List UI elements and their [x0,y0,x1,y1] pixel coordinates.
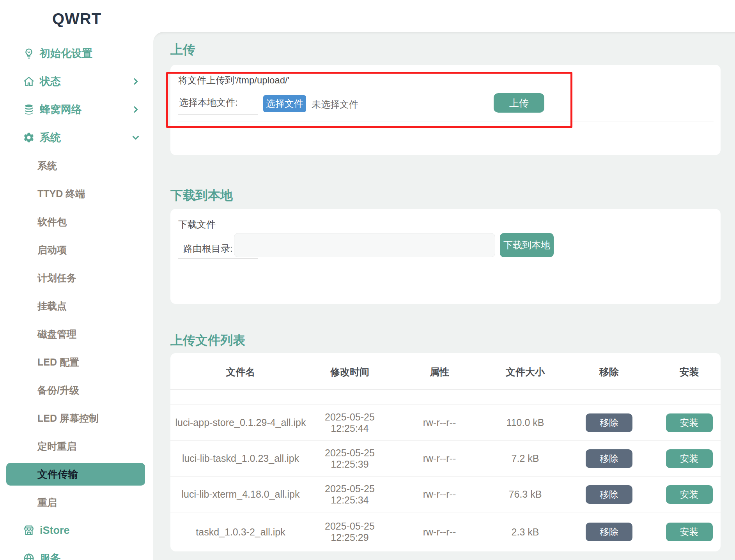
modified-time-cell: 2025-05-25 12:25:34 [311,483,389,506]
install-button[interactable]: 安装 [666,413,713,432]
sidebar-nav: 初始化设置状态蜂窝网络系统系统TTYD 终端软件包启动项计划任务挂载点磁盘管理L… [0,39,153,560]
gear-icon [23,131,35,144]
sidebar-item-label: 计划任务 [37,272,76,284]
remove-button[interactable]: 移除 [586,449,632,468]
sidebar-item-packages[interactable]: 软件包 [0,208,153,236]
sidebar-item-label: 系统 [37,159,57,172]
file-name-cell: taskd_1.0.3-2_all.ipk [170,526,311,538]
install-button[interactable]: 安装 [666,449,713,468]
file-table-header-row: 文件名修改时间属性文件大小移除安装 [170,355,721,390]
sidebar: QWRT 初始化设置状态蜂窝网络系统系统TTYD 终端软件包启动项计划任务挂载点… [0,0,153,560]
sidebar-item-reboot[interactable]: 重启 [0,488,153,516]
sidebar-item-label: 服务 [40,551,61,560]
sidebar-item-system-sub[interactable]: 系统 [0,152,153,180]
sidebar-item-init-setup[interactable]: 初始化设置 [0,39,153,67]
divider [177,122,714,122]
table-row: luci-lib-taskd_1.0.23_all.ipk2025-05-25 … [170,441,721,477]
sidebar-item-label: 重启 [37,496,57,509]
download-to-local-button[interactable]: 下载到本地 [500,233,554,257]
remove-button[interactable]: 移除 [586,485,632,504]
sidebar-item-disk-management[interactable]: 磁盘管理 [0,320,153,348]
attributes-cell: rw-r--r-- [389,453,490,464]
sidebar-item-label: 磁盘管理 [37,328,76,341]
globe-icon [23,552,35,560]
file-name-cell: luci-lib-taskd_1.0.23_all.ipk [170,453,311,464]
choose-file-button[interactable]: 选择文件 [263,95,306,112]
file-size-cell: 76.3 kB [490,489,560,500]
file-list-card: 文件名修改时间属性文件大小移除安装 luci-app-store_0.1.29-… [170,353,721,551]
table-row: luci-app-store_0.1.29-4_all.ipk2025-05-2… [170,405,721,441]
download-card: 下载文件 路由根目录: 下载到本地 [170,209,721,304]
sidebar-item-label: 挂载点 [37,300,67,313]
sidebar-item-startup[interactable]: 启动项 [0,236,153,264]
install-button[interactable]: 安装 [666,485,713,504]
sidebar-item-system[interactable]: 系统 [0,124,153,152]
sidebar-item-label: iStore [40,525,70,537]
file-table-header-cell: 文件名 [170,366,311,378]
attributes-cell: rw-r--r-- [389,526,490,538]
sidebar-item-label: 系统 [40,131,61,145]
sidebar-item-label: 蜂窝网络 [40,102,82,117]
sidebar-item-status[interactable]: 状态 [0,67,153,95]
sidebar-item-led-config[interactable]: LED 配置 [0,348,153,376]
app: QWRT 初始化设置状态蜂窝网络系统系统TTYD 终端软件包启动项计划任务挂载点… [0,0,735,560]
chevron-down-icon [131,133,140,142]
store-icon [23,524,35,537]
content-area: 上传 将文件上传到'/tmp/upload/' 选择本地文件: 选择文件 未选择… [153,32,735,560]
choose-local-file-label: 选择本地文件: [179,97,238,108]
sidebar-item-scheduled-reboot[interactable]: 定时重启 [0,432,153,460]
sidebar-item-label: LED 屏幕控制 [37,412,99,425]
sidebar-item-led-screen-control[interactable]: LED 屏幕控制 [0,404,153,432]
attributes-cell: rw-r--r-- [389,417,490,428]
sidebar-item-label: 状态 [40,74,61,88]
router-root-label: 路由根目录: [183,242,233,255]
modified-time-cell: 2025-05-25 12:25:39 [311,447,389,470]
sidebar-item-ttyd-terminal[interactable]: TTYD 终端 [0,180,153,208]
remove-button[interactable]: 移除 [586,523,632,541]
database-icon [23,103,35,116]
modified-time-cell: 2025-05-25 12:25:29 [311,521,389,543]
sidebar-item-scheduled-tasks[interactable]: 计划任务 [0,264,153,292]
sidebar-item-file-transfer[interactable]: 文件传输 [6,463,145,486]
file-table-body: luci-app-store_0.1.29-4_all.ipk2025-05-2… [170,405,721,551]
file-field-underline [178,114,258,115]
file-table-header-cell: 安装 [658,366,721,378]
download-field-underline [178,258,258,259]
home-icon [23,75,35,88]
file-table-header-cell: 修改时间 [311,366,389,378]
file-list-section-title: 上传文件列表 [170,333,721,348]
sidebar-item-services[interactable]: 服务 [0,544,153,560]
chevron-right-icon [131,105,140,114]
main-area: 上传 将文件上传到'/tmp/upload/' 选择本地文件: 选择文件 未选择… [153,0,735,560]
download-file-hint: 下载文件 [178,218,216,231]
upload-destination-hint: 将文件上传到'/tmp/upload/' [178,74,289,87]
bulb-icon [23,47,35,60]
file-size-cell: 110.0 kB [490,417,560,428]
download-path-input[interactable] [234,233,495,257]
sidebar-item-label: 文件传输 [37,468,78,481]
upload-section-title: 上传 [170,32,721,57]
modified-time-cell: 2025-05-25 12:25:44 [311,412,389,434]
upload-card: 将文件上传到'/tmp/upload/' 选择本地文件: 选择文件 未选择文件 … [170,65,721,155]
no-file-selected-text: 未选择文件 [312,98,358,111]
sidebar-item-label: LED 配置 [37,356,79,369]
file-size-cell: 7.2 kB [490,453,560,464]
topbar [153,0,735,32]
sidebar-item-label: TTYD 终端 [37,187,85,200]
table-row: taskd_1.0.3-2_all.ipk2025-05-25 12:25:29… [170,512,721,551]
sidebar-item-mount-points[interactable]: 挂载点 [0,292,153,320]
sidebar-item-istore[interactable]: iStore [0,516,153,544]
sidebar-item-label: 初始化设置 [40,46,92,60]
file-name-cell: luci-app-store_0.1.29-4_all.ipk [170,417,311,428]
attributes-cell: rw-r--r-- [389,489,490,500]
table-row: luci-lib-xterm_4.18.0_all.ipk2025-05-25 … [170,477,721,512]
chevron-right-icon [131,77,140,86]
download-section-title: 下载到本地 [170,188,721,203]
sidebar-item-label: 启动项 [37,244,67,256]
upload-button[interactable]: 上传 [494,93,544,113]
remove-button[interactable]: 移除 [586,413,632,432]
sidebar-item-backup-upgrade[interactable]: 备份/升级 [0,376,153,404]
install-button[interactable]: 安装 [666,523,713,541]
sidebar-item-cellular[interactable]: 蜂窝网络 [0,95,153,124]
file-table-header-cell: 文件大小 [490,366,560,378]
